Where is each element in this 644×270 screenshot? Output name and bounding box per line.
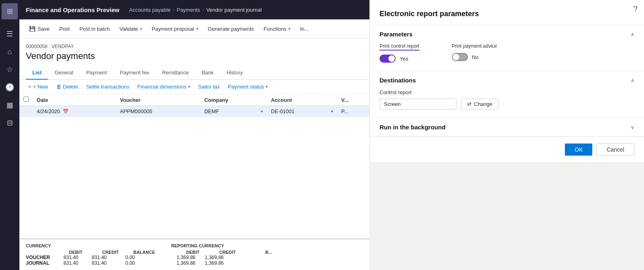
modules-icon[interactable]: ⊟ — [2, 115, 18, 131]
ok-button[interactable]: OK — [565, 143, 592, 156]
sub-toolbar: + + New 🗑 Delete Settle transactions Fin… — [19, 80, 369, 94]
row-account: DE-01001 ▾ — [267, 106, 337, 117]
validate-button[interactable]: Validate ▾ — [115, 19, 147, 39]
destinations-body: Control report ⇄ Change — [370, 89, 644, 118]
functions-chevron: ▾ — [288, 27, 290, 31]
account-dropdown-icon[interactable]: ▾ — [331, 109, 333, 114]
print-advice-toggle[interactable] — [452, 53, 468, 61]
destinations-title: Destinations — [380, 77, 416, 84]
favorites-icon[interactable]: ☆ — [2, 61, 18, 78]
col-voucher: Voucher — [116, 94, 200, 106]
calendar-icon[interactable]: 📅 — [63, 109, 69, 114]
col-company: Company — [200, 94, 267, 106]
inquiry-button[interactable]: In... — [295, 19, 314, 39]
tab-payment[interactable]: Payment — [80, 66, 113, 80]
delete-button[interactable]: 🗑 Delete — [52, 82, 82, 91]
post-batch-button[interactable]: Post in batch — [75, 19, 115, 39]
reporting-currency-block: REPORTING CURRENCY DEBIT CREDIT B... 1,3… — [171, 243, 272, 266]
destinations-section: Destinations ∧ Control report ⇄ Change — [370, 71, 644, 118]
row-voucher: APPM000005 — [116, 106, 200, 117]
debit-head: DEBIT — [54, 250, 82, 255]
post-button[interactable]: Post — [55, 19, 75, 39]
breadcrumb-sep1: › — [173, 8, 174, 12]
recent-icon[interactable]: 🕐 — [2, 79, 18, 95]
run-background-title: Run in the background — [380, 124, 445, 131]
print-control-label: Print control report — [380, 43, 420, 51]
journal-rep-row: 1,369.86 1,369.86 — [171, 260, 272, 266]
row-extra: P... — [337, 106, 369, 117]
tab-general[interactable]: General — [48, 66, 80, 80]
new-button[interactable]: + + New — [24, 82, 52, 91]
rep-debit-head: DEBIT — [171, 250, 199, 255]
dashboard-icon[interactable]: ▦ — [2, 97, 18, 113]
generate-payments-button[interactable]: Generate payments — [203, 19, 259, 39]
cancel-button[interactable]: Cancel — [596, 143, 634, 156]
save-icon: 💾 — [29, 26, 36, 32]
breadcrumb-accounts[interactable]: Accounts payable — [129, 7, 171, 13]
row-checkbox-cell — [19, 106, 33, 117]
run-background-section-header[interactable]: Run in the background ∨ — [370, 118, 644, 137]
functions-button[interactable]: Functions ▾ — [259, 19, 295, 39]
breadcrumb-journal: Vendor payment journal — [206, 7, 262, 13]
run-background-chevron: ∨ — [631, 124, 634, 130]
sales-tax-button[interactable]: Sales tax — [194, 82, 224, 91]
parameters-section: Parameters ∧ Print control report Yes — [370, 25, 644, 71]
change-button[interactable]: ⇄ Change — [461, 99, 499, 110]
settle-button[interactable]: Settle transactions — [82, 82, 133, 91]
breadcrumb-sep2: › — [203, 8, 204, 12]
tab-payment-fee[interactable]: Payment fee — [113, 66, 156, 80]
print-advice-label: Print payment advice — [452, 43, 497, 49]
row-company: DEMF ▾ — [200, 106, 267, 117]
panel-footer: OK Cancel — [370, 137, 644, 162]
print-control-toggle[interactable] — [380, 55, 396, 63]
print-advice-value: No — [472, 54, 479, 60]
new-icon: + — [28, 84, 31, 90]
balance-head: BALANCE — [127, 250, 155, 255]
screen-input[interactable] — [380, 99, 456, 110]
select-all-checkbox[interactable] — [23, 97, 29, 102]
credit-head: CREDIT — [90, 250, 119, 255]
tabs: List General Payment Payment fee Remitta… — [19, 66, 369, 80]
table-wrap: Date Voucher Company Account V... 4/24/2… — [19, 94, 369, 238]
summary-area: CURRENCY DEBIT CREDIT BALANCE VOUCHER 83… — [19, 238, 369, 270]
rep-credit-head: CREDIT — [208, 250, 236, 255]
print-advice-group: Print payment advice No — [452, 43, 497, 63]
tab-bank[interactable]: Bank — [195, 66, 220, 80]
col-extra: V... — [337, 94, 369, 106]
payment-proposal-button[interactable]: Payment proposal ▾ — [147, 19, 203, 39]
col-checkbox — [19, 94, 33, 106]
table-row[interactable]: 4/24/2020 📅 APPM000005 DEMF ▾ — [19, 106, 369, 117]
hamburger-icon[interactable]: ☰ — [2, 26, 18, 42]
toggle-row-group: Print control report Yes Print payment a… — [380, 43, 634, 63]
parameters-chevron: ∧ — [631, 32, 634, 37]
parameters-section-header[interactable]: Parameters ∧ — [370, 25, 644, 43]
parameters-title: Parameters — [380, 31, 413, 38]
rep-balance-head: B... — [244, 250, 272, 255]
help-icon[interactable]: ? — [634, 5, 638, 13]
col-date: Date — [33, 94, 116, 106]
app-title: Finance and Operations Preview — [26, 6, 120, 13]
topbar: Finance and Operations Preview Accounts … — [19, 0, 369, 19]
journal-row: JOURNAL 831.40 831.40 0.00 — [26, 260, 155, 266]
row-date: 4/24/2020 📅 — [33, 106, 116, 117]
tab-history[interactable]: History — [220, 66, 249, 80]
breadcrumb-payments[interactable]: Payments — [177, 7, 200, 13]
destinations-section-header[interactable]: Destinations ∧ — [370, 71, 644, 89]
tab-remittance[interactable]: Remittance — [156, 66, 195, 80]
reporting-currency-title: REPORTING CURRENCY — [171, 243, 272, 248]
payment-status-chevron: ▾ — [266, 84, 268, 89]
print-control-toggle-row: Yes — [380, 55, 420, 63]
save-button[interactable]: 💾 Save — [24, 19, 55, 39]
apps-icon[interactable]: ⊞ — [2, 3, 18, 19]
voucher-rep-row: 1,369.86 1,369.86 — [171, 255, 272, 260]
home-icon[interactable]: ⌂ — [2, 44, 18, 60]
control-report-label: Control report — [380, 89, 634, 95]
tab-list[interactable]: List — [26, 66, 48, 80]
company-dropdown-icon[interactable]: ▾ — [261, 109, 263, 114]
fin-dim-button[interactable]: Financial dimensions ▾ — [133, 82, 194, 91]
payment-status-button[interactable]: Payment status ▾ — [224, 82, 272, 91]
sidebar: ⊞ ☰ ⌂ ☆ 🕐 ▦ ⊟ — [0, 0, 19, 270]
fin-dim-chevron: ▾ — [188, 84, 190, 89]
toolbar: 💾 Save Post Post in batch Validate ▾ Pay… — [19, 19, 369, 39]
journal-id: 00000058 : VENDPAY — [26, 44, 363, 49]
